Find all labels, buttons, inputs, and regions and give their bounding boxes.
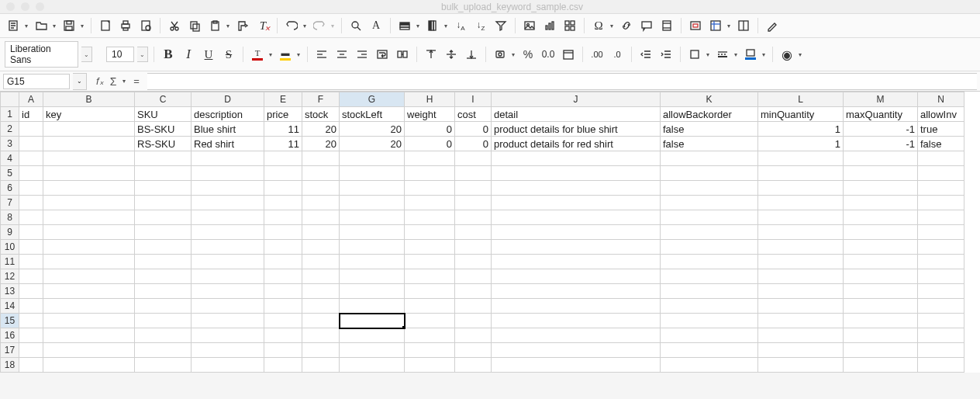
cut-icon[interactable] xyxy=(166,17,183,34)
cell-B5[interactable] xyxy=(43,166,135,181)
row-header-16[interactable]: 16 xyxy=(1,328,19,343)
indent-dec-icon[interactable] xyxy=(637,46,654,63)
col-header-C[interactable]: C xyxy=(135,92,192,107)
cell-A6[interactable] xyxy=(19,181,43,196)
cell-H10[interactable] xyxy=(405,240,455,255)
remove-decimal-icon[interactable]: .0 xyxy=(609,46,626,63)
cell-A3[interactable] xyxy=(19,137,43,151)
cell-J1[interactable]: detail xyxy=(492,107,661,122)
cell-I4[interactable] xyxy=(455,151,492,166)
headers-footers-icon[interactable] xyxy=(658,17,675,34)
cell-I10[interactable] xyxy=(455,240,492,255)
col-header-A[interactable]: A xyxy=(19,92,43,107)
cell-F5[interactable] xyxy=(302,166,340,181)
cell-H7[interactable] xyxy=(405,196,455,210)
cell-J7[interactable] xyxy=(492,196,661,210)
col-header-D[interactable]: D xyxy=(192,92,264,107)
align-vcenter-icon[interactable] xyxy=(443,46,460,63)
cell-E6[interactable] xyxy=(264,181,302,196)
cell-E2[interactable]: 11 xyxy=(264,122,302,137)
cell-I2[interactable]: 0 xyxy=(455,122,492,137)
cell-F10[interactable] xyxy=(302,240,340,255)
cell-G13[interactable] xyxy=(340,284,405,299)
cell-J15[interactable] xyxy=(492,314,661,328)
cell-B7[interactable] xyxy=(43,196,135,210)
cell-D17[interactable] xyxy=(192,343,264,358)
cell-N14[interactable] xyxy=(918,299,964,314)
cell-N6[interactable] xyxy=(918,181,964,196)
sort-desc-icon[interactable]: ↓Z xyxy=(472,17,489,34)
cell-B18[interactable] xyxy=(43,358,135,373)
col-header-G[interactable]: G xyxy=(340,92,405,107)
dropdown-icon[interactable]: ⌄ xyxy=(81,47,92,62)
cell-F2[interactable]: 20 xyxy=(302,122,340,137)
dropdown-icon[interactable]: ▾ xyxy=(415,23,421,29)
font-name-select[interactable]: Liberation Sans xyxy=(5,41,78,68)
cell-B11[interactable] xyxy=(43,255,135,269)
col-header-L[interactable]: L xyxy=(758,92,844,107)
row-header-12[interactable]: 12 xyxy=(1,269,19,284)
cell-D16[interactable] xyxy=(192,328,264,343)
cell-I6[interactable] xyxy=(455,181,492,196)
cell-G5[interactable] xyxy=(340,166,405,181)
cell-N3[interactable]: false xyxy=(918,137,964,151)
col-header-E[interactable]: E xyxy=(264,92,302,107)
row-header-14[interactable]: 14 xyxy=(1,299,19,314)
cell-E17[interactable] xyxy=(264,343,302,358)
cell-E1[interactable]: price xyxy=(264,107,302,122)
dropdown-icon[interactable]: ▾ xyxy=(510,51,516,58)
cell-G15[interactable] xyxy=(340,314,405,328)
cell-H12[interactable] xyxy=(405,269,455,284)
cell-K2[interactable]: false xyxy=(661,122,758,137)
indent-inc-icon[interactable] xyxy=(657,46,675,63)
cell-N4[interactable] xyxy=(918,151,964,166)
cell-G12[interactable] xyxy=(340,269,405,284)
cell-A7[interactable] xyxy=(19,196,43,210)
cell-A14[interactable] xyxy=(19,299,43,314)
cell-E5[interactable] xyxy=(264,166,302,181)
cell-F3[interactable]: 20 xyxy=(302,137,340,151)
cell-M10[interactable] xyxy=(844,240,918,255)
cell-J10[interactable] xyxy=(492,240,661,255)
cell-C15[interactable] xyxy=(135,314,192,328)
cell-K11[interactable] xyxy=(661,255,758,269)
dropdown-icon[interactable]: ⌄ xyxy=(137,47,148,62)
cell-A16[interactable] xyxy=(19,328,43,343)
cell-K16[interactable] xyxy=(661,328,758,343)
cell-H9[interactable] xyxy=(405,225,455,240)
cell-E15[interactable] xyxy=(264,314,302,328)
cell-N5[interactable] xyxy=(918,166,964,181)
cell-I15[interactable] xyxy=(455,314,492,328)
col-header-K[interactable]: K xyxy=(661,92,758,107)
col-header-M[interactable]: M xyxy=(844,92,918,107)
cell-M13[interactable] xyxy=(844,284,918,299)
cell-L12[interactable] xyxy=(758,269,844,284)
cell-L3[interactable]: 1 xyxy=(758,137,844,151)
cell-A13[interactable] xyxy=(19,284,43,299)
cell-M8[interactable] xyxy=(844,210,918,225)
cell-H5[interactable] xyxy=(405,166,455,181)
cell-M17[interactable] xyxy=(844,343,918,358)
number-format-icon[interactable]: 0.0 xyxy=(540,46,557,63)
new-doc-icon[interactable] xyxy=(5,17,22,34)
cell-D15[interactable] xyxy=(192,314,264,328)
chart-icon[interactable] xyxy=(541,17,558,34)
font-color-button[interactable]: T xyxy=(249,46,266,63)
cell-E16[interactable] xyxy=(264,328,302,343)
clear-format-icon[interactable]: T✕ xyxy=(254,17,271,34)
traffic-min[interactable] xyxy=(21,2,29,11)
cell-H1[interactable]: weight xyxy=(405,107,455,122)
cell-C7[interactable] xyxy=(135,196,192,210)
cell-B3[interactable] xyxy=(43,137,135,151)
copy-icon[interactable] xyxy=(186,17,203,34)
date-format-icon[interactable] xyxy=(560,46,577,63)
cell-C10[interactable] xyxy=(135,240,192,255)
cell-M5[interactable] xyxy=(844,166,918,181)
special-char-icon[interactable]: Ω xyxy=(590,17,607,34)
highlight-button[interactable]: ▬ xyxy=(277,46,294,63)
cell-M11[interactable] xyxy=(844,255,918,269)
dropdown-icon[interactable]: ▾ xyxy=(705,51,711,58)
undo-icon[interactable] xyxy=(283,17,300,34)
row-header-17[interactable]: 17 xyxy=(1,343,19,358)
cell-D13[interactable] xyxy=(192,284,264,299)
